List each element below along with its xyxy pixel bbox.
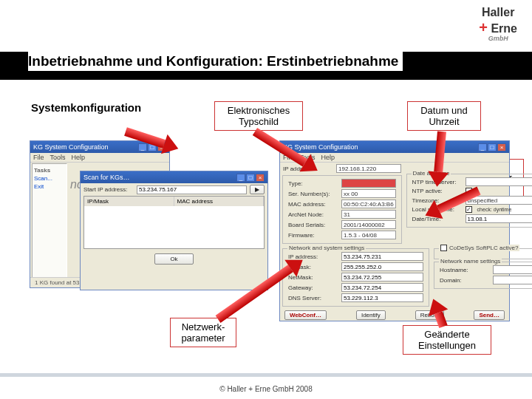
hostname-input[interactable] xyxy=(493,265,532,274)
start-ip-input[interactable] xyxy=(137,185,247,194)
boardser-value: 2001/14000082 xyxy=(341,220,396,229)
date-input[interactable] xyxy=(466,214,532,223)
maximize-icon[interactable]: □ xyxy=(246,174,255,182)
ipaddr-input[interactable] xyxy=(341,252,423,261)
dns-label: DNS Server: xyxy=(288,295,338,301)
menu-help[interactable]: Help xyxy=(321,154,335,161)
softplc-group-title: CoDeSys SoftPLC active? xyxy=(439,245,519,251)
identify-button[interactable]: Identify xyxy=(356,310,386,320)
logo-gmbh: GmbH xyxy=(479,35,517,43)
sidebar-section: Tasks xyxy=(34,167,65,174)
col-mac: MAC address xyxy=(174,197,265,206)
scan-start-button[interactable]: ▶ xyxy=(250,185,265,194)
slide-title: Inbetriebnahme und Konfiguration: Erstin… xyxy=(28,50,403,71)
callout-systemkonfiguration: Systemkonfiguration xyxy=(31,101,141,114)
start-ip-label: Start IP address: xyxy=(83,186,134,193)
mac-value: 00:50:C2:40:A3:B6 xyxy=(341,200,396,208)
col-ip: IP/Mask xyxy=(84,197,174,206)
boardser-label: Board Serials: xyxy=(288,222,338,228)
webconf-button[interactable]: WebConf… xyxy=(284,310,327,320)
callout-netzwerk: Netzwerk-parameter xyxy=(170,318,236,347)
maximize-icon[interactable]: □ xyxy=(488,143,497,151)
sidebar: Tasks Scan... Exit xyxy=(32,163,67,286)
gateway-label: Gateway: xyxy=(288,284,338,291)
scan-results-grid[interactable]: IP/Mask MAC address xyxy=(83,196,265,249)
netmask-input[interactable] xyxy=(341,273,423,282)
minimize-icon[interactable]: _ xyxy=(478,143,487,151)
scan-titlebar: Scan for KGs… _ □ × xyxy=(81,171,267,183)
minimize-icon[interactable]: _ xyxy=(138,143,147,151)
menu-tools[interactable]: Tools xyxy=(50,154,66,161)
scan-ok-button[interactable]: Ok xyxy=(154,253,193,265)
ipmask-input[interactable] xyxy=(341,262,423,271)
hostname-label: Hostname: xyxy=(440,267,490,273)
send-button[interactable]: Send… xyxy=(474,310,505,320)
logo-plus: + xyxy=(479,19,488,35)
logo-line2: Erne xyxy=(491,22,517,35)
sidebar-scan[interactable]: Scan... xyxy=(34,175,65,182)
close-icon[interactable]: × xyxy=(497,143,506,151)
node-label: ArcNet Node: xyxy=(288,211,338,218)
type-label: Type: xyxy=(288,180,338,187)
netname-group-title: Network name settings xyxy=(439,258,502,265)
callout-datum: Datum und Uhrzeit xyxy=(407,101,481,131)
logo: Haller + Erne GmbH xyxy=(479,6,517,42)
callout-typschild: Elektronisches Typschild xyxy=(214,101,303,131)
firmware-label: Firmware: xyxy=(288,232,338,239)
scan-dialog: Scan for KGs… _ □ × Start IP address: ▶ … xyxy=(80,171,268,290)
sn-value: xx 00 xyxy=(341,189,396,198)
ntpchk-label: NTP active: xyxy=(412,188,463,194)
logo-line1: Haller xyxy=(482,6,514,18)
menu-file[interactable]: File xyxy=(33,154,44,161)
type-value xyxy=(341,179,396,188)
footer-decor xyxy=(0,373,532,377)
gateway-input[interactable] xyxy=(341,283,423,292)
menu-help[interactable]: Help xyxy=(72,154,86,161)
ntp-input[interactable] xyxy=(466,177,532,186)
sn-label: Ser. Number(s): xyxy=(288,191,338,197)
close-icon[interactable]: × xyxy=(256,174,265,182)
dns-input[interactable] xyxy=(341,293,423,302)
title-band: Inbetriebnahme und Konfiguration: Erstin… xyxy=(0,52,532,80)
softplc-checkbox[interactable] xyxy=(440,245,447,251)
localtime-checkbox[interactable] xyxy=(466,206,472,213)
domain-label: Domain: xyxy=(440,277,490,284)
mac-label: MAC address: xyxy=(288,201,338,208)
domain-input[interactable] xyxy=(493,276,532,284)
main-title: KG System Configuration xyxy=(33,143,109,151)
net-group-title: Network and system settings xyxy=(287,245,366,251)
slide-footer: © Haller + Erne GmbH 2008 xyxy=(0,385,532,393)
main-menubar: File Tools Help xyxy=(30,153,169,163)
minimize-icon[interactable]: _ xyxy=(236,174,245,182)
firmware-value: 1.5.3 - 04/08 xyxy=(341,231,396,239)
details-title: KG System Configuration xyxy=(283,143,358,151)
callout-geaendert: Geänderte Einstellungen xyxy=(403,325,491,355)
sidebar-exit[interactable]: Exit xyxy=(34,183,65,190)
node-value: 31 xyxy=(341,210,396,219)
ip-value: 192.168.1.220 xyxy=(336,164,401,173)
scan-title: Scan for KGs… xyxy=(83,174,130,181)
details-titlebar: KG System Configuration _ □ × xyxy=(280,141,509,153)
